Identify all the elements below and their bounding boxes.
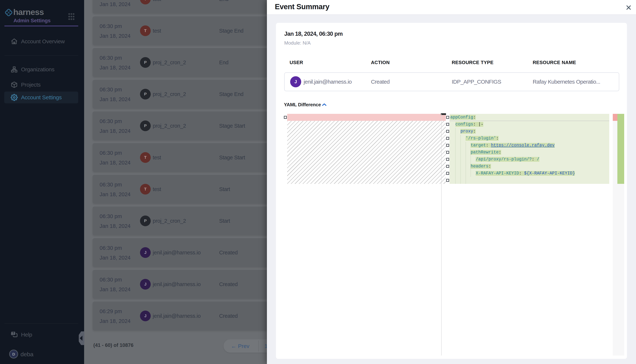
- svg-text:?: ?: [12, 332, 14, 335]
